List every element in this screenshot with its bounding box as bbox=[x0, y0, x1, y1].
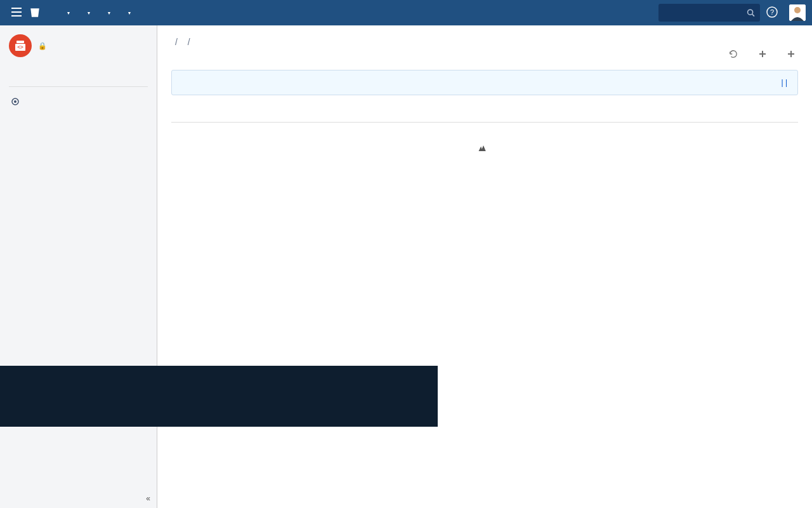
nav-projects[interactable]: ▾ bbox=[77, 0, 98, 25]
hamburger-icon[interactable] bbox=[6, 4, 27, 22]
brand-logo[interactable] bbox=[29, 7, 44, 18]
help-icon[interactable]: ? bbox=[760, 6, 784, 20]
repo-avatar-icon: <> bbox=[9, 34, 32, 57]
breadcrumbs: / / bbox=[171, 37, 798, 47]
sidebar: <> 🔒 « bbox=[0, 25, 157, 508]
bitbucket-icon bbox=[29, 7, 41, 18]
nav-repositories[interactable]: ▾ bbox=[98, 0, 118, 25]
gear-icon bbox=[9, 97, 22, 107]
marketing-overlay bbox=[0, 366, 438, 427]
search-input[interactable] bbox=[664, 8, 747, 18]
main-content: / / | bbox=[157, 25, 812, 508]
svg-text:<>: <> bbox=[17, 44, 23, 50]
collapse-sidebar-icon[interactable]: « bbox=[146, 494, 150, 503]
svg-point-10 bbox=[14, 100, 16, 103]
topbar: ▾ ▾ ▾ ▾ ? bbox=[0, 0, 812, 25]
navigation-section-label bbox=[0, 74, 157, 81]
search-icon bbox=[747, 8, 755, 17]
repo-name: 🔒 bbox=[38, 42, 50, 50]
footer bbox=[171, 122, 798, 153]
svg-point-5 bbox=[794, 7, 801, 13]
refresh-icon bbox=[729, 50, 738, 58]
svg-text:?: ? bbox=[770, 8, 774, 16]
banner-links: | | bbox=[781, 78, 787, 87]
repo-header: <> 🔒 bbox=[0, 34, 157, 66]
actions-section-label bbox=[0, 66, 157, 74]
plus-icon bbox=[759, 50, 766, 58]
create-issue-button[interactable] bbox=[787, 50, 798, 58]
svg-rect-6 bbox=[16, 41, 24, 43]
refresh-issues-button[interactable] bbox=[729, 50, 741, 58]
sidebar-item-settings[interactable] bbox=[0, 92, 157, 111]
create-section-button[interactable] bbox=[759, 50, 769, 58]
plus-icon bbox=[787, 50, 795, 58]
user-avatar[interactable] bbox=[789, 4, 806, 21]
search-box[interactable] bbox=[658, 4, 760, 22]
nav-snippets[interactable]: ▾ bbox=[118, 0, 138, 25]
lock-icon: 🔒 bbox=[38, 42, 47, 50]
nav-teams[interactable]: ▾ bbox=[57, 0, 77, 25]
svg-point-0 bbox=[748, 10, 753, 15]
svg-line-1 bbox=[752, 14, 754, 16]
promo-banner: | | bbox=[171, 70, 798, 95]
atlassian-icon bbox=[478, 142, 489, 153]
atlassian-brand[interactable] bbox=[171, 142, 798, 153]
